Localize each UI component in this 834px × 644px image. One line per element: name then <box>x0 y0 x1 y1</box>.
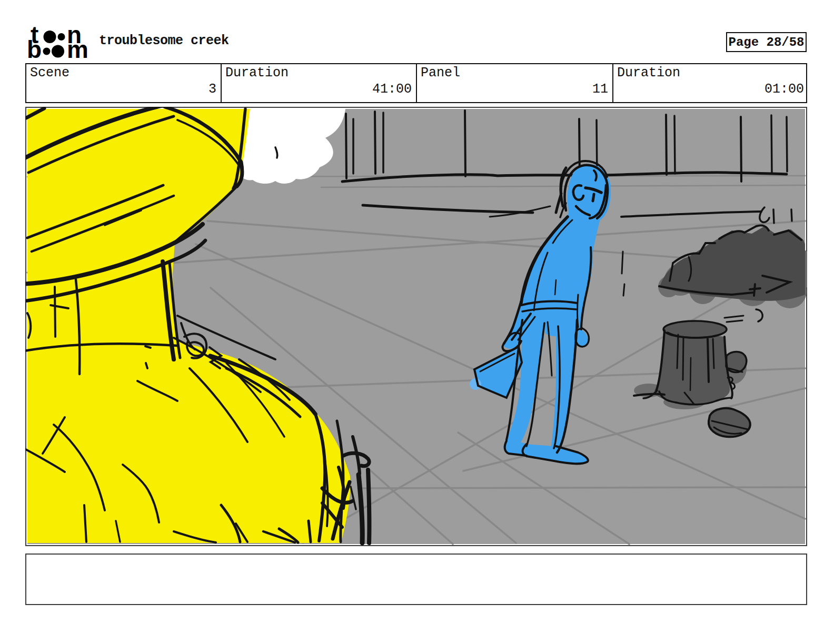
svg-text:m: m <box>67 36 88 61</box>
svg-text:b: b <box>27 36 42 61</box>
